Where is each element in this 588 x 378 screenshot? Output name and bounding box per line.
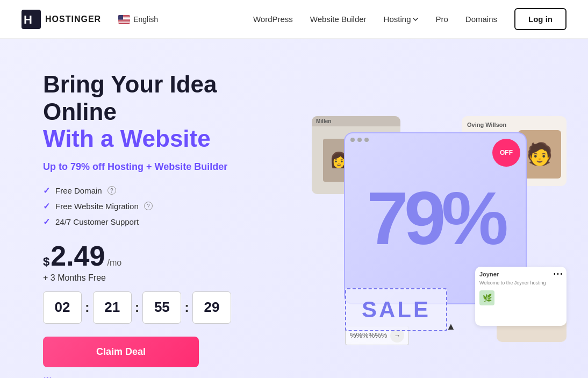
- bonus-text: + 3 Months Free: [43, 273, 290, 283]
- percent-box-text: %%%%%%: [350, 331, 387, 339]
- check-icon: ✓: [43, 217, 50, 227]
- us-flag-icon: [118, 15, 130, 24]
- lang-label: English: [133, 15, 158, 24]
- hero-title-line2: With a Website: [43, 125, 211, 152]
- joyner-title: Joyner: [479, 271, 499, 277]
- price-dollar: $: [43, 255, 49, 269]
- hero-subtitle: Up to 79% off Hosting + Website Builder: [43, 161, 290, 173]
- dots-bar: [350, 138, 369, 142]
- countdown-hours: 02: [43, 291, 82, 324]
- hero-title-line1: Bring Your Idea Online: [43, 71, 217, 125]
- joyner-description: Welcome to the Joyner hosting: [479, 280, 562, 287]
- countdown-seconds: 55: [142, 291, 181, 324]
- countdown-sep-3: :: [184, 299, 189, 316]
- feature-migration: ✓ Free Website Migration ?: [43, 201, 290, 211]
- hero-visual: Millen 👩 👒 Oving Willson 🧑: [312, 116, 567, 342]
- nav-links: WordPress Website Builder Hosting Pro Do…: [253, 15, 497, 24]
- logo-text: HOSTINGER: [45, 15, 101, 24]
- dot-3: [364, 138, 369, 142]
- countdown-sep-2: :: [135, 299, 140, 316]
- svg-text:H: H: [24, 13, 32, 26]
- joyner-card: Joyner • • • Welcome to the Joyner hosti…: [475, 267, 567, 326]
- hero-title: Bring Your Idea Online With a Website: [43, 71, 290, 153]
- joyner-logo: 🌿: [479, 290, 494, 305]
- off-badge: OFF: [492, 139, 520, 167]
- guarantee-row: 🛡 30-Day Money-Back Guarantee: [43, 376, 290, 378]
- millen-label: Millen: [312, 116, 400, 126]
- nav-item-domains[interactable]: Domains: [465, 15, 497, 24]
- cursor-icon: ▲: [446, 321, 456, 332]
- feature-support: ✓ 24/7 Customer Support: [43, 217, 290, 227]
- feature-label: Free Domain: [55, 186, 102, 195]
- countdown-frames: 29: [192, 291, 231, 324]
- dot-2: [357, 138, 362, 142]
- sale-text-box: SALE: [345, 288, 447, 331]
- feature-label: Free Website Migration: [55, 202, 139, 211]
- chevron-down-icon: [413, 18, 418, 21]
- subtitle-prefix: Up to: [43, 161, 70, 172]
- language-selector[interactable]: English: [118, 15, 158, 24]
- dot-1: [350, 138, 355, 142]
- feature-label: 24/7 Customer Support: [55, 217, 139, 226]
- hostinger-logo-icon: H: [21, 10, 41, 29]
- price-section: $ 2.49 /mo: [43, 242, 290, 270]
- navbar: H HOSTINGER English WordPress Website Bu…: [0, 0, 588, 39]
- nav-item-hosting[interactable]: Hosting: [384, 15, 419, 24]
- feature-free-domain: ✓ Free Domain ?: [43, 186, 290, 196]
- percent-display: 79%: [367, 181, 504, 256]
- nav-item-website-builder[interactable]: Website Builder: [310, 15, 367, 24]
- check-icon: ✓: [43, 201, 50, 211]
- help-icon-migration[interactable]: ?: [144, 202, 153, 210]
- price-period: /mo: [107, 258, 121, 268]
- svg-rect-7: [118, 20, 130, 21]
- visual-collage: Millen 👩 👒 Oving Willson 🧑: [312, 116, 567, 342]
- oving-label: Oving Willson: [467, 122, 561, 128]
- svg-rect-9: [118, 15, 123, 20]
- countdown-sep-1: :: [85, 299, 90, 316]
- countdown-timer: 02 : 21 : 55 : 29: [43, 291, 290, 324]
- nav-item-pro[interactable]: Pro: [435, 15, 448, 24]
- countdown-minutes: 21: [93, 291, 132, 324]
- claim-deal-button[interactable]: Claim Deal: [43, 337, 199, 367]
- price-amount: 2.49: [51, 242, 105, 270]
- joyner-dots: • • •: [554, 271, 562, 277]
- features-list: ✓ Free Domain ? ✓ Free Website Migration…: [43, 186, 290, 227]
- subtitle-suffix: off Hosting + Website Builder: [90, 161, 227, 172]
- logo[interactable]: H HOSTINGER: [21, 10, 101, 29]
- svg-rect-8: [118, 22, 130, 23]
- subtitle-highlight: 79%: [70, 161, 90, 172]
- shield-icon: 🛡: [43, 376, 53, 378]
- help-icon-domain[interactable]: ?: [107, 186, 116, 195]
- check-icon: ✓: [43, 186, 50, 196]
- hero-section: Bring Your Idea Online With a Website Up…: [0, 39, 588, 378]
- sale-word: SALE: [362, 297, 431, 323]
- hero-content: Bring Your Idea Online With a Website Up…: [43, 71, 290, 378]
- nav-item-wordpress[interactable]: WordPress: [253, 15, 293, 24]
- login-button[interactable]: Log in: [514, 8, 567, 30]
